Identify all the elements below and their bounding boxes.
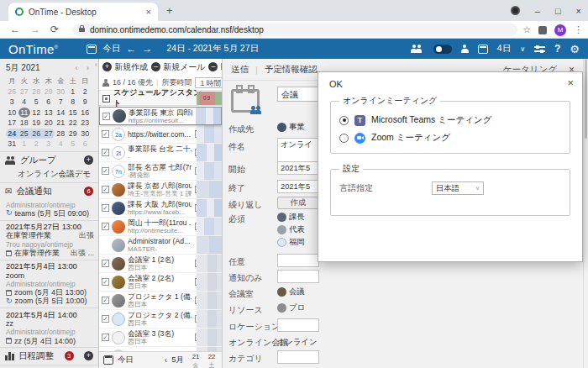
entry-type-select[interactable]: 会議 [277,87,321,102]
notice-item[interactable]: 在庫管理作業出張 ... [6,249,94,257]
settings-sliders-icon[interactable] [534,45,545,53]
language-select[interactable]: 日本語 ∨ [432,181,484,195]
vertical-scrollbar[interactable] [583,59,588,368]
view-chevron-down-icon[interactable]: ∨ [520,45,525,53]
optional-input[interactable] [277,254,319,267]
extensions-icon[interactable] [538,26,547,34]
select-all-checkbox[interactable] [102,95,110,103]
location-input[interactable] [277,318,319,332]
row-checkbox[interactable] [102,223,109,230]
required-attendee[interactable]: 代表 [277,224,305,235]
mini-calendar-nav[interactable]: ‹ › [76,64,93,72]
notice-item[interactable]: ↻teams (5月 5日 09:00) [6,209,94,218]
row-checkbox[interactable] [102,113,110,120]
help-button[interactable]: ? [554,43,560,55]
new-entry-button[interactable]: +新規作成 [102,61,148,73]
group-view-icon[interactable] [411,45,424,53]
ok-button[interactable]: OK [329,79,343,89]
person-view-icon[interactable] [461,45,469,53]
sidebar-collapse-icon[interactable]: ‹ [95,60,97,69]
row-checkbox[interactable] [102,315,109,323]
row-checkbox[interactable] [102,130,109,138]
section-catering[interactable]: ケータリング [0,365,98,368]
teams-radio[interactable] [339,116,349,125]
dialog-close-icon[interactable]: × [567,76,574,89]
notify-input[interactable] [277,270,319,283]
attendee-row[interactable]: 課長 京都 八郎(8rou...埼玉-営業部-営業 1 課 [99,181,222,199]
attendee-row[interactable]: 会議室 2 (2名)西日本 [99,273,222,292]
prev-arrow-icon[interactable]: ← [126,43,136,55]
attendee-row[interactable]: 事業部長 東京 四郎(...https://ontimesuit... [99,107,222,125]
attendee-row[interactable]: 2a https://twitter.com... [99,125,222,144]
day-cell[interactable]: 26 [6,87,18,97]
bookmark-star-icon[interactable]: ☆ [522,24,531,35]
notice-item[interactable]: ↻zoom (5月 5日 10:00) [6,297,94,305]
section-schedule-adjust[interactable]: 日程調整 3 + [0,347,98,365]
scrollbar-thumb[interactable] [585,59,587,139]
attendee-row[interactable]: 課長 大阪 九郎(9rou...https://www.faceb... [99,199,222,218]
row-checkbox[interactable] [102,167,109,175]
row-checkbox[interactable] [102,260,109,267]
pdf-button[interactable]: –PDF [208,62,222,71]
footer-month[interactable]: 5月 [171,355,184,365]
attendee-row[interactable]: 7n 部長 名古屋 七郎(7r...-開発部 [99,162,222,181]
browser-tab[interactable]: OnTime - Desktop × [8,3,158,21]
today-button[interactable]: 今日 [102,43,120,55]
add-group-icon[interactable]: + [84,155,93,165]
forward-icon[interactable]: → [30,24,40,35]
attendee-row[interactable]: 会議室 1 (2名)西日本 [99,255,222,273]
profile-avatar[interactable]: M [554,24,566,36]
attendee-row[interactable]: 2t 事業部長 台北 二十...- [99,144,222,162]
browser-menu-icon[interactable]: ⋮ [574,24,583,35]
field-to-value[interactable]: 事業 [277,122,305,133]
category-input[interactable] [277,350,319,364]
row-checkbox[interactable] [102,334,109,341]
view-calendar-icon[interactable] [478,45,488,54]
window-minimize-button[interactable]: – [535,6,540,16]
prev-month-icon[interactable]: ‹ [165,355,167,365]
section-groups[interactable]: グループ + [0,151,98,169]
duration-select[interactable]: 1 時間 [195,77,223,88]
teams-option[interactable]: T Microsoft Teams ミーティング [339,114,561,126]
address-bar[interactable]: domino.ontimedemo.com/calendar.nsf/deskt… [72,24,517,36]
group-item[interactable]: オンライン会議デモ [0,169,98,182]
url-text[interactable]: domino.ontimedemo.com/calendar.nsf/deskt… [90,25,264,34]
notice-item[interactable]: zz (5月 4日 14:00) [6,337,94,345]
gear-icon[interactable]: ⚙ [570,43,580,55]
back-icon[interactable]: ← [10,24,20,35]
required-attendee[interactable]: 福岡 [277,237,305,248]
window-close-button[interactable]: × [576,6,581,16]
zoom-option[interactable]: Zoom ミーティング [339,132,561,144]
reload-icon[interactable]: ⟳ [50,24,59,35]
required-attendee[interactable]: 課長 [277,212,305,223]
view-toggle[interactable] [433,45,452,54]
today-cell[interactable]: 11 [18,108,31,118]
calendar-icon[interactable] [87,45,97,54]
tab-close-icon[interactable]: × [146,8,151,17]
footer-today-button[interactable]: 今日 [118,355,134,365]
confirm-info-button[interactable]: 予定情報確認 [265,64,318,76]
row-checkbox[interactable] [102,278,109,286]
start-input[interactable]: 2021年5 [277,161,319,175]
row-checkbox[interactable] [102,186,109,193]
view-selector[interactable]: 4日 [497,43,511,55]
calendar-icon[interactable] [103,355,113,365]
end-input[interactable]: 2021年5 [277,180,319,193]
attendee-row[interactable]: 岡山 十一郎(11rou ...http://ontimesuite... [99,218,222,236]
add-schedule-icon[interactable]: + [84,351,93,360]
attendee-row[interactable]: 会議室 3 (3名)西日本 [99,329,222,347]
section-meeting-notices[interactable]: ✉ 会議通知 6 [0,182,98,200]
next-arrow-icon[interactable]: → [142,43,152,55]
subject-input[interactable]: オンライ [277,138,319,163]
online-meeting-value[interactable]: オンライン [277,337,318,348]
attendee-row[interactable]: プロジェクタ 2 (備...西日本 [99,310,222,329]
notice-item[interactable]: zoom (5月 4日 13:00) [6,288,94,297]
send-button[interactable]: 送信 [231,64,249,76]
repeat-create-button[interactable]: 作成 [277,197,319,209]
row-checkbox[interactable] [102,149,109,156]
zoom-radio[interactable] [339,134,349,143]
room-value[interactable]: 会議 [277,287,305,297]
row-checkbox[interactable] [102,204,109,212]
attendee-row-organizer[interactable]: Administrator (Ad...MASTER- [99,236,222,255]
attendee-row[interactable]: プロジェクタ 1 (備...西日本 [99,292,222,310]
